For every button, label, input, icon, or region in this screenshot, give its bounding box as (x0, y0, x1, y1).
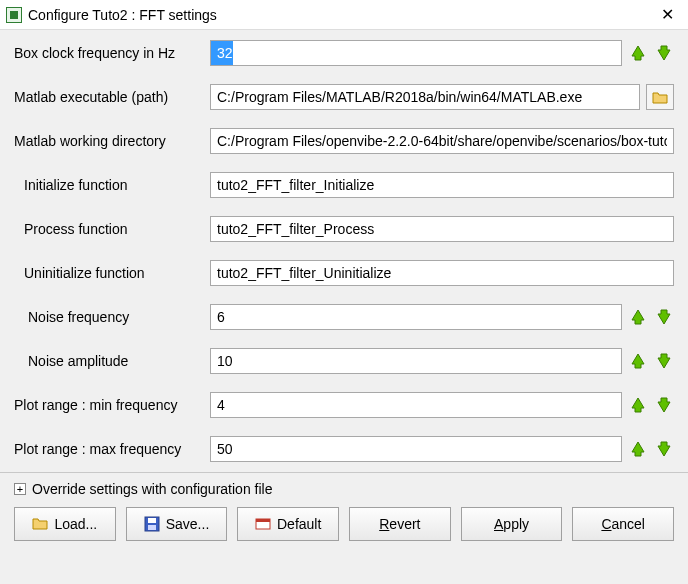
input-matlab-exe[interactable] (210, 84, 640, 110)
arrow-down-icon[interactable] (654, 43, 674, 63)
row-noise-freq: Noise frequency (14, 304, 674, 330)
row-plot-min: Plot range : min frequency (14, 392, 674, 418)
row-matlab-exe: Matlab executable (path) (14, 84, 674, 110)
override-row: + Override settings with configuration f… (0, 473, 688, 507)
default-icon (255, 516, 271, 532)
svg-marker-3 (658, 310, 670, 324)
input-plot-min[interactable] (210, 392, 622, 418)
svg-marker-5 (658, 354, 670, 368)
arrow-down-icon[interactable] (654, 395, 674, 415)
input-init-fn[interactable] (210, 172, 674, 198)
row-matlab-wd: Matlab working directory (14, 128, 674, 154)
titlebar: Configure Tuto2 : FFT settings ✕ (0, 0, 688, 30)
row-init-fn: Initialize function (14, 172, 674, 198)
label-plot-min: Plot range : min frequency (14, 397, 204, 413)
label-matlab-exe: Matlab executable (path) (14, 89, 204, 105)
cancel-label: Cancel (601, 516, 645, 532)
arrow-up-icon[interactable] (628, 307, 648, 327)
expander-icon[interactable]: + (14, 483, 26, 495)
browse-button[interactable] (646, 84, 674, 110)
label-proc-fn: Process function (14, 221, 204, 237)
input-noise-amp[interactable] (210, 348, 622, 374)
window-title: Configure Tuto2 : FFT settings (28, 7, 217, 23)
load-button[interactable]: Load... (14, 507, 116, 541)
arrow-down-icon[interactable] (654, 439, 674, 459)
revert-label: Revert (379, 516, 420, 532)
row-uninit-fn: Uninitialize function (14, 260, 674, 286)
settings-form: Box clock frequency in Hz Matlab executa… (0, 30, 688, 466)
apply-label: Apply (494, 516, 529, 532)
label-init-fn: Initialize function (14, 177, 204, 193)
svg-marker-2 (632, 310, 644, 324)
input-proc-fn[interactable] (210, 216, 674, 242)
label-uninit-fn: Uninitialize function (14, 265, 204, 281)
input-plot-max[interactable] (210, 436, 622, 462)
revert-button[interactable]: Revert (349, 507, 451, 541)
default-button[interactable]: Default (237, 507, 339, 541)
svg-marker-0 (632, 46, 644, 60)
default-label: Default (277, 516, 321, 532)
label-noise-amp: Noise amplitude (14, 353, 204, 369)
save-label: Save... (166, 516, 210, 532)
input-uninit-fn[interactable] (210, 260, 674, 286)
button-row: Load... Save... Default Revert Apply Can… (0, 507, 688, 553)
input-box-clock[interactable] (210, 40, 622, 66)
label-plot-max: Plot range : max frequency (14, 441, 204, 457)
arrow-up-icon[interactable] (628, 43, 648, 63)
svg-rect-12 (148, 525, 156, 530)
arrow-up-icon[interactable] (628, 351, 648, 371)
cancel-button[interactable]: Cancel (572, 507, 674, 541)
row-plot-max: Plot range : max frequency (14, 436, 674, 462)
folder-icon (32, 516, 48, 532)
row-box-clock: Box clock frequency in Hz (14, 40, 674, 66)
override-label: Override settings with configuration fil… (32, 481, 272, 497)
svg-marker-8 (632, 442, 644, 456)
save-icon (144, 516, 160, 532)
svg-marker-9 (658, 442, 670, 456)
arrow-up-icon[interactable] (628, 395, 648, 415)
save-button[interactable]: Save... (126, 507, 228, 541)
row-proc-fn: Process function (14, 216, 674, 242)
label-noise-freq: Noise frequency (14, 309, 204, 325)
input-matlab-wd[interactable] (210, 128, 674, 154)
arrow-down-icon[interactable] (654, 307, 674, 327)
close-icon[interactable]: ✕ (655, 3, 680, 27)
arrow-up-icon[interactable] (628, 439, 648, 459)
apply-button[interactable]: Apply (461, 507, 563, 541)
label-matlab-wd: Matlab working directory (14, 133, 204, 149)
svg-marker-4 (632, 354, 644, 368)
input-noise-freq[interactable] (210, 304, 622, 330)
svg-rect-11 (148, 518, 156, 523)
svg-rect-14 (256, 519, 270, 522)
arrow-down-icon[interactable] (654, 351, 674, 371)
load-label: Load... (54, 516, 97, 532)
svg-marker-1 (658, 46, 670, 60)
app-icon (6, 7, 22, 23)
row-noise-amp: Noise amplitude (14, 348, 674, 374)
label-box-clock: Box clock frequency in Hz (14, 45, 204, 61)
svg-marker-6 (632, 398, 644, 412)
svg-marker-7 (658, 398, 670, 412)
